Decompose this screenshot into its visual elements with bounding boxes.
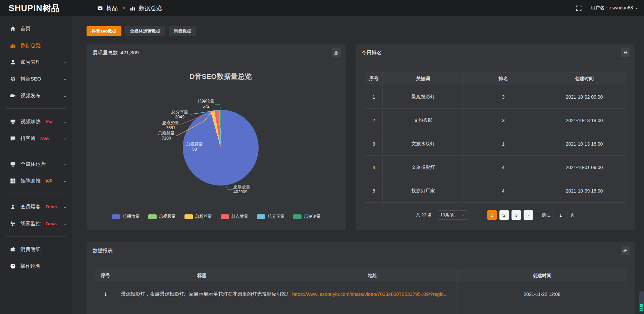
sidebar-menu: 首页数据总览账号管理抖音SEO视频发布视频加热Hot抖客通New全媒体运营矩阵助… — [0, 20, 72, 274]
pie-label-shares: 总分享量3049 — [166, 110, 193, 120]
pagination-page-2[interactable]: 2 — [499, 210, 509, 220]
pagination: 共 23 条 10条/页 ‹123› 前往 页 — [356, 210, 635, 220]
cell: 投影灯厂家 — [383, 179, 464, 203]
report-title-cell: 景观投影灯，夜游景观投影灯厂家展示展示落花灯在花园里的灯光投影应用效果 # — [116, 282, 288, 306]
sidebar-item-label: 抖客通 — [20, 135, 36, 142]
sidebar-item-douketong[interactable]: 抖客通New — [0, 130, 72, 147]
overview-title: 展现量总数: 421,369 — [93, 50, 139, 55]
sidebar-item-video-publish[interactable]: 视频发布 — [0, 87, 72, 104]
sidebar-item-help[interactable]: ?操作说明 — [0, 258, 72, 274]
cell: 4 — [464, 156, 543, 179]
sidebar-item-douyin-seo[interactable]: 抖音SEO — [0, 70, 72, 87]
pagination-page-1[interactable]: 1 — [487, 210, 497, 220]
sidebar-item-matrix-boost[interactable]: 矩阵助推VIP — [0, 172, 72, 189]
wallet-icon — [10, 247, 16, 252]
report-table-body: 1景观投影灯，夜游景观投影灯厂家展示展示落花灯在花园里的灯光投影应用效果 #ht… — [95, 282, 627, 314]
table-row: 2文旅投影32021-10-13 18:00 — [365, 109, 626, 132]
cell: 2021-11-22 12:08 — [458, 282, 627, 306]
column-header: 序号 — [365, 72, 383, 85]
table-row: 1景观投影灯32021-10-02 09:00 — [365, 85, 626, 109]
chevron-down-icon — [63, 205, 67, 209]
ranking-table-body: 1景观投影灯32021-10-02 09:002文旅投影32021-10-13 … — [365, 85, 626, 206]
cell: 文旅投影 — [383, 109, 464, 132]
cell: 3 — [464, 109, 543, 132]
breadcrumb-root[interactable]: 树品 — [106, 4, 118, 12]
sidebar-item-label: 视频加热 — [20, 118, 41, 125]
scroll-widget[interactable] — [639, 291, 644, 312]
legend-item[interactable]: 总播放量 — [112, 214, 140, 219]
pie-label-fans: 总粉丝量7100 — [153, 131, 180, 141]
sidebar-divider — [6, 108, 66, 109]
tab-douyin-seo-data[interactable]: 抖音seo数据 — [87, 26, 121, 36]
pagination-pages: ‹123› — [475, 210, 533, 220]
legend-item[interactable]: 总视频量 — [148, 214, 176, 219]
report-badge[interactable]: 表 — [621, 246, 630, 255]
video-icon — [10, 93, 16, 99]
cell: 2021-10-13 18:00 — [543, 132, 626, 156]
sidebar-item-media-operation[interactable]: 全媒体运营 — [0, 156, 72, 172]
screen-icon — [10, 161, 16, 167]
sidebar-item-data-overview[interactable]: 数据总览 — [0, 37, 72, 54]
legend-item[interactable]: 总粉丝量 — [184, 214, 212, 219]
sidebar-item-account-manage[interactable]: 账号管理 — [0, 54, 72, 70]
cell: 1 — [464, 132, 543, 156]
sidebar-item-home[interactable]: 首页 — [0, 20, 72, 37]
legend-item[interactable]: 总评论量 — [293, 214, 321, 219]
legend-item[interactable]: 总分享量 — [257, 214, 284, 219]
pagination-total: 共 23 条 — [416, 212, 432, 218]
legend-label: 总视频量 — [159, 214, 176, 219]
sidebar-item-member-baoke[interactable]: 会员爆客Tools — [0, 198, 72, 215]
svg-text:?: ? — [12, 264, 14, 268]
pagination-prev-button[interactable]: ‹ — [475, 210, 485, 220]
project-icon — [97, 5, 103, 11]
pagination-next-button[interactable]: › — [524, 210, 533, 220]
report-panel: 数据报表 表 序号标题地址创建时间 1景观投影灯，夜游景观投影灯厂家展示展示落花… — [87, 242, 635, 314]
sidebar-item-video-heat[interactable]: 视频加热Hot — [0, 113, 72, 130]
sidebar-item-consume-detail[interactable]: 消费明细 — [0, 241, 72, 258]
topbar: SHUPIN树品 树品 > 数据总览 用户名：zswodun88 — [0, 0, 644, 16]
column-header: 关键词 — [383, 72, 464, 85]
report-link[interactable]: https://www.iesdouyin.com/share/video/70… — [288, 282, 458, 306]
cell — [365, 203, 383, 206]
legend-label: 总分享量 — [268, 214, 284, 219]
sidebar-item-badge: New — [40, 136, 49, 141]
legend-label: 总粉丝量 — [195, 214, 212, 219]
cell: 2021-10-01 09:00 — [543, 156, 626, 179]
chevron-down-icon — [462, 213, 465, 217]
legend-label: 总点赞量 — [231, 214, 248, 219]
tab-inquiry-data[interactable]: 询盘数据 — [169, 26, 196, 36]
cell: 1 — [95, 282, 116, 306]
ranking-table: 序号关键词排名创建时间 1景观投影灯32021-10-02 09:002文旅投影… — [365, 72, 626, 206]
cell: 3 — [464, 85, 543, 109]
breadcrumb-separator: > — [122, 5, 125, 11]
sidebar-item-label: 全媒体运营 — [20, 161, 46, 167]
cell: 文旅水纹灯 — [383, 132, 464, 156]
header-row: 序号关键词排名创建时间 — [365, 72, 626, 85]
cell: 1 — [365, 85, 383, 109]
ranking-badge[interactable]: 日 — [621, 48, 630, 57]
legend-item[interactable]: 总点赞量 — [221, 214, 248, 219]
page-size-select[interactable]: 10条/页 — [437, 210, 468, 220]
chevron-down-icon — [63, 179, 67, 183]
legend-swatch — [184, 214, 193, 219]
legend-swatch — [148, 214, 157, 219]
sidebar-item-label: 账号管理 — [20, 59, 41, 65]
pagination-goto-input[interactable] — [553, 211, 568, 219]
gear-icon — [10, 76, 16, 82]
sidebar: 首页数据总览账号管理抖音SEO视频发布视频加热Hot抖客通New全媒体运营矩阵助… — [0, 16, 72, 314]
cell: 文旅投影灯 — [383, 156, 464, 179]
sidebar-divider — [6, 194, 66, 194]
pagination-page-3[interactable]: 3 — [512, 210, 521, 220]
cell: 4 — [464, 179, 543, 203]
sidebar-item-badge: Tools — [45, 204, 57, 209]
chart-title: D音SEO数据量总览 — [87, 72, 355, 81]
tab-media-operation-data[interactable]: 全媒体运营数据 — [125, 26, 165, 36]
chevron-down-icon — [63, 60, 67, 64]
overview-badge[interactable]: 总 — [332, 48, 341, 57]
cell: 2021-10-02 09:00 — [543, 85, 626, 109]
user-menu[interactable]: 用户名：zswodun88 — [590, 5, 639, 11]
fullscreen-icon[interactable] — [576, 5, 582, 11]
tab-bar: 抖音seo数据全媒体运营数据询盘数据 — [87, 26, 196, 36]
sidebar-item-label: 线索监控 — [20, 220, 41, 227]
sidebar-item-clue-monitor[interactable]: 线索监控Tools — [0, 215, 72, 232]
